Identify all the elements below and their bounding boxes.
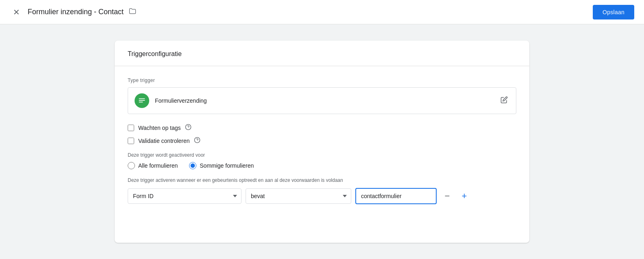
svg-rect-0 <box>139 98 145 99</box>
trigger-type-name: Formulierverzending <box>155 97 207 104</box>
wait-tags-checkbox[interactable] <box>128 125 134 131</box>
remove-condition-button[interactable]: − <box>441 190 454 203</box>
trigger-type-left: Formulierverzending <box>135 93 207 108</box>
trigger-config-card: Triggerconfiguratie Type trigger Formuli… <box>115 41 529 243</box>
edit-trigger-type-button[interactable] <box>499 95 509 107</box>
radio-row: Alle formulieren Sommige formulieren <box>128 162 516 169</box>
wait-tags-row: Wachten op tags <box>128 124 516 132</box>
edit-icon <box>500 96 508 104</box>
check-validation-label[interactable]: Validatie controleren <box>138 138 190 144</box>
condition-value-input[interactable] <box>355 188 437 204</box>
top-bar: ✕ Formulier inzending - Contact Opslaan <box>0 0 644 24</box>
all-forms-radio[interactable] <box>128 162 135 169</box>
main-content: Triggerconfiguratie Type trigger Formuli… <box>0 24 644 259</box>
card-body: Type trigger Formulierverzending <box>115 66 529 217</box>
condition-row: Form ID Form Classes Form Element Form T… <box>128 188 516 204</box>
some-forms-radio[interactable] <box>189 162 196 169</box>
wait-tags-label[interactable]: Wachten op tags <box>138 125 181 131</box>
all-forms-option[interactable]: Alle formulieren <box>128 162 178 169</box>
add-condition-button[interactable]: + <box>458 190 471 203</box>
minus-icon: − <box>445 191 450 201</box>
page-title: Formulier inzending - Contact <box>28 8 124 16</box>
all-forms-label: Alle formulieren <box>138 162 178 169</box>
close-button[interactable]: ✕ <box>10 6 23 19</box>
plus-icon: + <box>462 191 467 201</box>
close-icon: ✕ <box>13 7 20 17</box>
check-validation-row: Validatie controleren <box>128 137 516 145</box>
card-header-title: Triggerconfiguratie <box>128 50 182 57</box>
trigger-icon-circle <box>135 93 149 108</box>
folder-icon[interactable] <box>128 7 137 17</box>
trigger-type-label: Type trigger <box>128 78 516 83</box>
wait-tags-help-icon[interactable] <box>185 124 191 132</box>
check-validation-checkbox[interactable] <box>128 138 134 144</box>
save-button[interactable]: Opslaan <box>593 5 634 19</box>
condition-field-select[interactable]: Form ID Form Classes Form Element Form T… <box>128 188 242 204</box>
check-validation-help-icon[interactable] <box>194 137 200 145</box>
trigger-type-box: Formulierverzending <box>128 87 516 114</box>
top-bar-left: ✕ Formulier inzending - Contact <box>10 6 137 19</box>
card-header: Triggerconfiguratie <box>115 41 529 66</box>
some-forms-option[interactable]: Sommige formulieren <box>189 162 254 169</box>
condition-operator-select[interactable]: bevat begint met eindigt met gelijk aan <box>246 188 351 204</box>
fires-for-label: Deze trigger wordt geactiveerd voor <box>128 152 516 158</box>
some-forms-label: Sommige formulieren <box>200 162 254 169</box>
condition-label: Deze trigger activeren wanneer er een ge… <box>128 177 516 183</box>
svg-rect-1 <box>139 100 145 101</box>
svg-rect-2 <box>139 102 143 103</box>
